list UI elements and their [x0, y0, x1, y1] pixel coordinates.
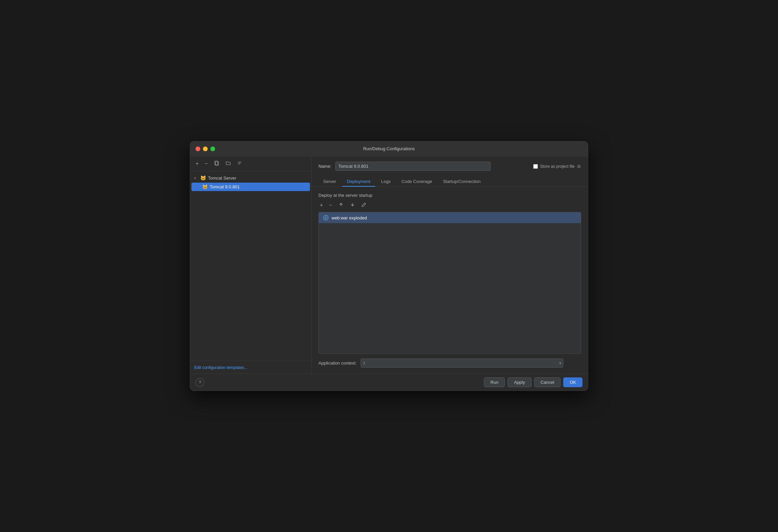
tab-code-coverage[interactable]: Code Coverage: [397, 177, 437, 187]
name-input[interactable]: [335, 162, 491, 171]
run-debug-configurations-window: Run/Debug Configurations + −: [190, 141, 588, 391]
deploy-edit-button[interactable]: [360, 201, 368, 209]
artifact-icon: [323, 215, 329, 221]
chevron-down-icon: ▾: [194, 176, 198, 180]
app-context-label: Application context:: [318, 361, 357, 366]
config-panel: Name: Store as project file ⚙ Server Dep…: [312, 156, 588, 374]
deploy-item-label: web:war exploded: [332, 215, 367, 220]
tomcat-instance-item[interactable]: 🐱 Tomcat 9.0.801: [191, 183, 310, 191]
edit-configuration-templates-link[interactable]: Edit configuration templates...: [194, 365, 248, 370]
tomcat-server-group-header[interactable]: ▾ 🐱 Tomcat Server: [190, 174, 311, 182]
tab-startup-connection[interactable]: Startup/Connection: [438, 177, 485, 187]
store-project-file-checkbox[interactable]: [533, 164, 538, 169]
app-context-input[interactable]: [361, 358, 563, 368]
add-configuration-button[interactable]: +: [194, 160, 200, 167]
title-bar: Run/Debug Configurations: [190, 141, 588, 156]
close-button[interactable]: [196, 147, 200, 151]
app-context-dropdown-button[interactable]: ▾: [559, 361, 561, 366]
help-button[interactable]: ?: [196, 378, 204, 387]
deploy-move-down-button[interactable]: [348, 201, 357, 209]
sidebar-toolbar: + −: [190, 156, 311, 171]
deploy-remove-button[interactable]: −: [328, 202, 333, 209]
sidebar: + −: [190, 156, 312, 374]
deploy-section-label: Deploy at the server startup: [318, 193, 581, 198]
store-project-wrap: Store as project file ⚙: [533, 164, 581, 169]
traffic-lights: [196, 147, 215, 151]
cancel-button[interactable]: Cancel: [534, 377, 561, 387]
tomcat-server-group: ▾ 🐱 Tomcat Server 🐱 Tomcat 9.0.801: [190, 174, 311, 191]
sidebar-tree: ▾ 🐱 Tomcat Server 🐱 Tomcat 9.0.801: [190, 171, 311, 361]
minimize-button[interactable]: [203, 147, 208, 151]
main-content: + −: [190, 156, 588, 374]
tomcat-group-icon: 🐱: [200, 175, 206, 181]
deploy-add-button[interactable]: +: [318, 202, 324, 209]
bottom-bar: ? Run Apply Cancel OK: [190, 374, 588, 391]
maximize-button[interactable]: [210, 147, 215, 151]
remove-configuration-button[interactable]: −: [203, 160, 209, 167]
tomcat-instance-label: Tomcat 9.0.801: [210, 184, 240, 189]
run-button[interactable]: Run: [484, 377, 505, 387]
name-label: Name:: [318, 164, 331, 169]
tomcat-server-group-label: Tomcat Server: [208, 176, 236, 181]
config-header: Name: Store as project file ⚙: [312, 156, 588, 171]
deploy-list-item[interactable]: web:war exploded: [319, 212, 581, 223]
config-body: Deploy at the server startup + −: [312, 187, 588, 374]
window-title: Run/Debug Configurations: [363, 146, 415, 151]
deploy-list: web:war exploded: [318, 212, 581, 354]
app-context-row: Application context: ▾: [318, 358, 581, 368]
sort-button[interactable]: [236, 160, 244, 168]
app-context-input-wrap: ▾: [361, 358, 563, 368]
svg-point-6: [325, 217, 327, 219]
tab-server[interactable]: Server: [318, 177, 341, 187]
tab-deployment[interactable]: Deployment: [342, 177, 375, 187]
copy-configuration-button[interactable]: [213, 160, 221, 168]
store-gear-icon[interactable]: ⚙: [577, 164, 581, 169]
apply-button[interactable]: Apply: [508, 377, 531, 387]
store-project-file-label: Store as project file: [540, 164, 575, 169]
tab-logs[interactable]: Logs: [377, 177, 395, 187]
deploy-move-up-button[interactable]: [337, 201, 345, 209]
tabs-bar: Server Deployment Logs Code Coverage Sta…: [312, 174, 588, 187]
sidebar-footer: Edit configuration templates...: [190, 361, 311, 374]
ok-button[interactable]: OK: [563, 377, 582, 387]
folder-button[interactable]: [224, 160, 232, 168]
deploy-toolbar: + −: [318, 201, 581, 209]
tomcat-instance-icon: 🐱: [202, 184, 208, 189]
